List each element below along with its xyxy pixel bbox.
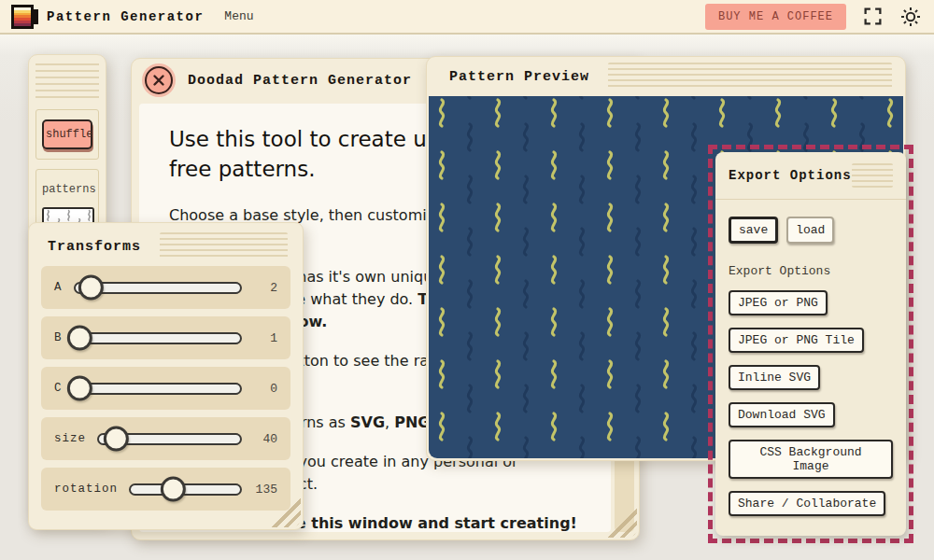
topbar: Pattern Generator Menu BUY ME A COFFEE: [0, 0, 934, 35]
slider-value: 1: [253, 331, 277, 345]
pattern-preview-header[interactable]: Pattern Preview: [427, 57, 905, 96]
slider-list: A2B1C0size40rotation135: [29, 266, 303, 511]
export-options-highlight: Export Options save load Export Options …: [708, 145, 913, 543]
slider-label: C: [54, 382, 63, 395]
export-jpeg-or-png-button[interactable]: JPEG or PNG: [729, 290, 828, 315]
slider-row-size: size40: [41, 417, 290, 460]
pattern-preview-title: Pattern Preview: [449, 69, 589, 85]
export-options-label: Export Options: [729, 264, 893, 278]
slider-thumb-C[interactable]: [67, 376, 92, 401]
shuffle-button[interactable]: shuffle: [42, 119, 92, 149]
buy-me-a-coffee-button[interactable]: BUY ME A COFFEE: [705, 4, 846, 30]
slider-label: B: [54, 331, 63, 344]
logo-stripes: [11, 5, 34, 29]
slider-value: 2: [253, 281, 277, 295]
slider-thumb-size[interactable]: [103, 427, 128, 452]
toolbox-drag-handle[interactable]: [35, 63, 99, 99]
export-inline-svg-button[interactable]: Inline SVG: [729, 365, 820, 390]
transforms-header[interactable]: Transforms: [29, 223, 303, 266]
export-options-panel: Export Options save load Export Options …: [715, 152, 906, 536]
transforms-drag-handle[interactable]: [160, 232, 288, 260]
export-share-collaborate-button[interactable]: Share / Collaborate: [729, 491, 885, 516]
shuffle-section: shuffle: [35, 109, 99, 160]
slider-thumb-A[interactable]: [78, 275, 104, 301]
load-button[interactable]: load: [786, 217, 834, 244]
export-css-background-image-button[interactable]: CSS Background Image: [729, 440, 893, 479]
slider-label: A: [54, 281, 63, 294]
export-options-title: Export Options: [729, 168, 852, 183]
export-button-list: JPEG or PNGJPEG or PNG TileInline SVGDow…: [729, 290, 893, 516]
slider-track-B[interactable]: [74, 332, 242, 344]
fullscreen-icon[interactable]: [860, 5, 884, 29]
slider-row-B: B1: [41, 316, 290, 359]
slider-track-rotation[interactable]: [129, 483, 242, 496]
slider-thumb-B[interactable]: [67, 326, 92, 351]
transforms-window: Transforms A2B1C0size40rotation135: [28, 222, 304, 530]
export-options-header[interactable]: Export Options: [729, 163, 893, 188]
save-button[interactable]: save: [729, 217, 778, 244]
slider-value: 40: [253, 432, 277, 446]
export-options-drag-handle[interactable]: [852, 163, 893, 188]
slider-label: size: [54, 432, 86, 445]
topbar-actions: BUY ME A COFFEE: [705, 4, 923, 30]
app-title: Pattern Generator: [47, 9, 204, 24]
transforms-title: Transforms: [48, 239, 141, 255]
slider-thumb-rotation[interactable]: [161, 477, 186, 502]
slider-row-rotation: rotation135: [41, 468, 290, 511]
slider-track-C[interactable]: [74, 383, 242, 395]
export-download-svg-button[interactable]: Download SVG: [729, 402, 835, 427]
slider-row-A: A2: [41, 266, 290, 309]
divider: [715, 199, 906, 200]
slider-value: 0: [253, 382, 277, 396]
slider-track-size[interactable]: [97, 433, 242, 445]
page: Pattern Generator Menu BUY ME A COFFEE s…: [0, 0, 934, 560]
close-icon[interactable]: [145, 66, 173, 94]
pattern-preview-drag-handle[interactable]: [608, 63, 892, 91]
menu-button[interactable]: Menu: [224, 9, 253, 23]
save-load-row: save load: [729, 217, 893, 244]
slider-row-C: C0: [41, 367, 290, 410]
intro-window-title: Doodad Pattern Generator: [188, 73, 412, 89]
app-logo-icon: [11, 5, 35, 29]
slider-label: rotation: [54, 483, 118, 496]
patterns-label: patterns: [42, 183, 92, 196]
slider-track-A[interactable]: [74, 282, 242, 294]
sun-theme-icon[interactable]: [899, 5, 923, 29]
export-jpeg-or-png-tile-button[interactable]: JPEG or PNG Tile: [729, 328, 864, 353]
slider-value: 135: [253, 483, 277, 497]
